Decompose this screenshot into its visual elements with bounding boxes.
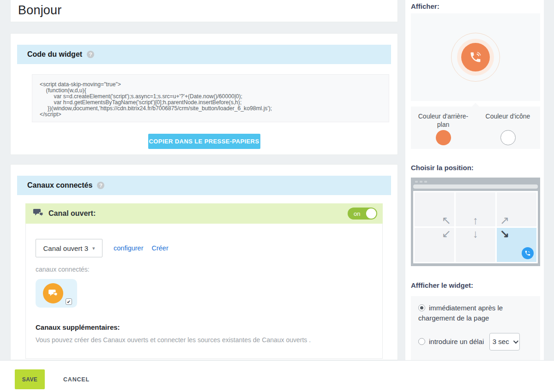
toggle-state-label: on <box>354 210 360 217</box>
browser-address-bar <box>413 184 538 189</box>
help-icon[interactable]: ? <box>97 182 104 189</box>
copy-to-clipboard-button[interactable]: COPIER DANS LE PRESSE-PAPIERS <box>148 134 260 149</box>
open-channel-content: Canal ouvert 3 ▾ configurer Créer canaux… <box>25 224 383 359</box>
browser-dots <box>413 180 538 184</box>
open-channel-label: Canal ouvert: <box>48 209 96 218</box>
channel-select[interactable]: Canal ouvert 3 ▾ <box>36 239 102 257</box>
connected-channel-tile[interactable]: ✔ <box>36 279 77 308</box>
widget-preview <box>411 13 540 101</box>
channel-checkbox[interactable]: ✔ <box>66 298 72 305</box>
arrow-down-right-icon: ↘ <box>500 229 509 239</box>
radio-immediate-label: immédiatement après le chargement de la … <box>418 304 503 322</box>
icon-color-swatch[interactable] <box>500 130 516 145</box>
background-color-swatch[interactable] <box>436 130 451 145</box>
position-bottom-right-selected[interactable]: ↘ <box>497 228 536 262</box>
radio-unselected-icon[interactable] <box>418 338 425 345</box>
check-icon: ✔ <box>67 299 71 304</box>
main-column: Bonjour Code du widget ? <script data-sk… <box>10 0 398 360</box>
widget-phone-badge <box>522 247 534 259</box>
position-top-left[interactable]: ↖ <box>415 192 454 226</box>
configure-link[interactable]: configurer <box>114 244 143 252</box>
position-top-right[interactable]: ↗ <box>497 192 536 226</box>
caret-down-icon: ▾ <box>92 245 95 251</box>
page-title-card: Bonjour <box>10 0 398 22</box>
delay-select[interactable]: 3 sec <box>489 333 520 350</box>
additional-channels-text: Vous pouvez créer des Canaux ouverts et … <box>36 336 382 344</box>
arrow-up-right-icon: ↗ <box>500 215 509 226</box>
open-channel-bar: Canal ouvert: on <box>25 203 383 224</box>
arrow-up-icon: ↑ <box>473 215 478 226</box>
additional-channels-title: Canaux supplémentaires: <box>36 323 382 331</box>
cancel-button[interactable]: CANCEL <box>63 369 90 389</box>
position-bottom-center[interactable]: ↓ <box>456 228 495 262</box>
widget-settings-page: Bonjour Code du widget ? <script data-sk… <box>0 0 554 392</box>
background-color-label: Couleur d'arrière-plan <box>411 113 476 129</box>
openline-chat-icon <box>43 283 63 303</box>
phone-icon <box>461 43 490 71</box>
create-link[interactable]: Créer <box>151 244 168 252</box>
widget-code-block[interactable]: <script data-skip-moving="true"> (functi… <box>32 74 389 122</box>
action-footer: SAVE CANCEL <box>0 360 554 392</box>
connected-channels-section: Canaux connectés ? Canal ouvert: on <box>10 164 398 360</box>
arrow-down-icon: ↓ <box>473 229 478 239</box>
pulse-ring-middle <box>457 39 494 76</box>
toggle-knob <box>366 208 376 219</box>
radio-show-immediately[interactable]: immédiatement après le chargement de la … <box>418 303 534 323</box>
connected-channels-label: canaux connectés: <box>36 266 382 273</box>
radio-delay-label: introduire un délai <box>429 337 484 347</box>
widget-code-header: Code du widget ? <box>17 45 391 64</box>
save-button[interactable]: SAVE <box>15 369 45 389</box>
radio-show-delay[interactable]: introduire un délai 3 sec <box>418 333 534 350</box>
color-panel: Couleur d'arrière-plan Couleur d'icône <box>411 107 540 149</box>
page-title: Bonjour <box>18 3 397 18</box>
show-widget-panel: immédiatement après le chargement de la … <box>411 296 540 360</box>
open-channel-toggle[interactable]: on <box>348 208 377 220</box>
delay-select-value: 3 sec <box>493 337 509 347</box>
copy-button-row: COPIER DANS LE PRESSE-PAPIERS <box>17 134 391 149</box>
chevron-down-icon <box>513 338 518 343</box>
pulse-ring-outer <box>451 33 500 82</box>
arrow-down-left-icon: ↙ <box>442 229 451 239</box>
radio-selected-icon[interactable] <box>418 304 425 311</box>
channel-select-value: Canal ouvert 3 <box>43 244 88 252</box>
display-heading: Afficher: <box>411 0 540 10</box>
widget-settings-sidebar: Afficher: Couleur d'arrière-plan <box>405 0 544 360</box>
connected-channels-header-label: Canaux connectés <box>27 181 92 190</box>
help-icon[interactable]: ? <box>87 51 94 58</box>
channel-select-row: Canal ouvert 3 ▾ configurer Créer <box>36 239 382 257</box>
chat-bubbles-icon <box>33 208 44 219</box>
position-grid: ↖ ↑ ↗ ↙ ↓ ↘ <box>413 191 538 263</box>
position-top-center[interactable]: ↑ <box>456 192 495 226</box>
icon-color-label: Couleur d'icône <box>476 113 540 129</box>
widget-code-header-label: Code du widget <box>27 50 82 59</box>
icon-color-option[interactable]: Couleur d'icône <box>476 113 540 149</box>
show-widget-heading: Affficher le widget: <box>411 281 540 289</box>
widget-code-section: Code du widget ? <script data-skip-movin… <box>10 33 398 155</box>
background-color-option[interactable]: Couleur d'arrière-plan <box>411 113 476 149</box>
position-bottom-left[interactable]: ↙ <box>415 228 454 262</box>
connected-channels-header: Canaux connectés ? <box>17 176 391 195</box>
arrow-up-left-icon: ↖ <box>442 215 451 226</box>
position-heading: Choisir la position: <box>411 164 540 172</box>
position-picker: ↖ ↑ ↗ ↙ ↓ ↘ <box>411 178 540 266</box>
